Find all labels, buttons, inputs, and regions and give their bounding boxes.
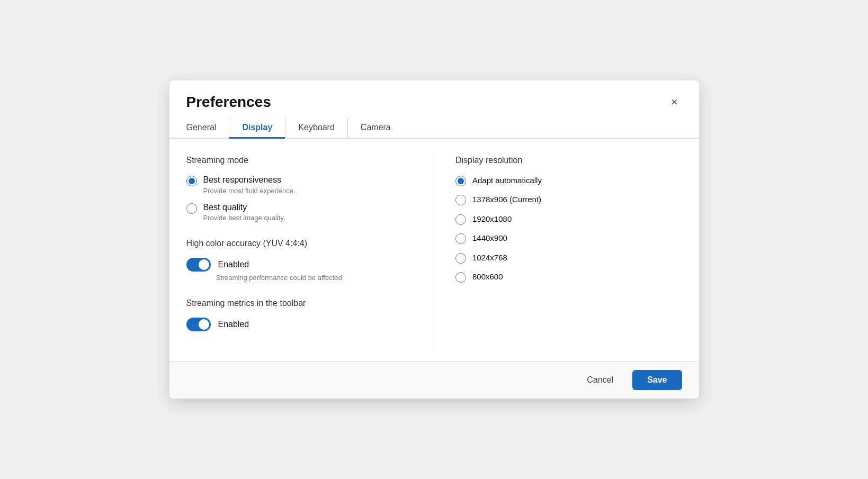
dialog-content: Streaming mode Best responsiveness Provi… — [169, 139, 699, 361]
radio-1440x900-input[interactable] — [455, 233, 466, 244]
radio-adapt-auto-label: Adapt automatically — [472, 175, 542, 187]
color-accuracy-toggle-row: Enabled — [186, 258, 413, 272]
radio-1440x900[interactable]: 1440x900 — [455, 232, 682, 245]
display-resolution-radio-group: Adapt automatically 1378x906 (Current) 1… — [455, 175, 682, 283]
radio-1024x768-label: 1024x768 — [472, 252, 507, 264]
radio-best-quality-desc: Provide best image quality. — [203, 214, 285, 222]
radio-1024x768-input[interactable] — [455, 253, 466, 264]
dialog-footer: Cancel Save — [169, 361, 699, 399]
radio-1920x1080-label: 1920x1080 — [472, 213, 512, 225]
tab-camera[interactable]: Camera — [348, 118, 404, 138]
cancel-button[interactable]: Cancel — [576, 370, 624, 390]
radio-adapt-auto[interactable]: Adapt automatically — [455, 175, 682, 187]
color-accuracy-toggle[interactable] — [186, 258, 211, 272]
streaming-metrics-toggle[interactable] — [186, 318, 211, 331]
streaming-metrics-toggle-row: Enabled — [186, 318, 413, 331]
tab-display[interactable]: Display — [229, 118, 285, 138]
radio-1378x906[interactable]: 1378x906 (Current) — [455, 194, 682, 206]
close-button[interactable]: × — [667, 93, 682, 111]
radio-1920x1080-input[interactable] — [455, 214, 466, 225]
streaming-metrics-section: Streaming metrics in the toolbar Enabled — [186, 299, 413, 331]
radio-1024x768[interactable]: 1024x768 — [455, 252, 682, 264]
radio-best-responsiveness-input[interactable] — [186, 176, 197, 186]
radio-best-responsiveness[interactable]: Best responsiveness Provide most fluid e… — [186, 175, 413, 195]
radio-best-quality-label: Best quality — [203, 202, 285, 213]
radio-1378x906-input[interactable] — [455, 195, 466, 205]
streaming-metrics-toggle-label: Enabled — [218, 320, 249, 329]
tab-general[interactable]: General — [186, 118, 230, 138]
tabs-bar: General Display Keyboard Camera — [169, 118, 699, 139]
tab-keyboard[interactable]: Keyboard — [285, 118, 348, 138]
streaming-mode-label: Streaming mode — [186, 156, 413, 165]
radio-1378x906-label: 1378x906 (Current) — [472, 194, 541, 206]
radio-best-responsiveness-label: Best responsiveness — [203, 175, 296, 186]
preferences-dialog: Preferences × General Display Keyboard C… — [169, 80, 699, 399]
color-accuracy-toggle-label: Enabled — [218, 260, 249, 269]
save-button[interactable]: Save — [632, 370, 682, 390]
radio-best-quality-input[interactable] — [186, 203, 197, 214]
radio-800x600-input[interactable] — [455, 272, 466, 283]
radio-best-responsiveness-desc: Provide most fluid experience. — [203, 187, 296, 195]
right-column: Display resolution Adapt automatically 1… — [434, 156, 682, 349]
radio-best-quality[interactable]: Best quality Provide best image quality. — [186, 202, 413, 222]
radio-800x600[interactable]: 800x600 — [455, 271, 682, 283]
streaming-metrics-label: Streaming metrics in the toolbar — [186, 299, 413, 308]
radio-1920x1080[interactable]: 1920x1080 — [455, 213, 682, 225]
dialog-header: Preferences × — [169, 80, 699, 111]
radio-800x600-label: 800x600 — [472, 271, 503, 283]
left-column: Streaming mode Best responsiveness Provi… — [186, 156, 434, 349]
streaming-mode-radio-group: Best responsiveness Provide most fluid e… — [186, 175, 413, 222]
dialog-title: Preferences — [186, 94, 271, 111]
color-accuracy-toggle-desc: Streaming performance could be affected. — [216, 274, 413, 282]
radio-adapt-auto-input[interactable] — [455, 176, 466, 186]
color-accuracy-label: High color accuracy (YUV 4:4:4) — [186, 239, 413, 248]
radio-1440x900-label: 1440x900 — [472, 232, 507, 245]
display-resolution-label: Display resolution — [455, 156, 682, 165]
color-accuracy-section: High color accuracy (YUV 4:4:4) Enabled … — [186, 239, 413, 282]
